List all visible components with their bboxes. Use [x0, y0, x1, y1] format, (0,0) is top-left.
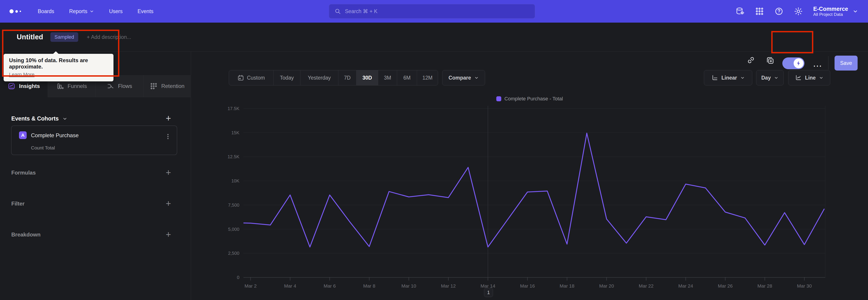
flows-icon [107, 82, 114, 90]
nav-item-users[interactable]: Users [109, 8, 123, 14]
learn-more-link[interactable]: Learn More [9, 72, 35, 78]
sampling-tooltip: Using 10% of data. Results are approxima… [4, 54, 114, 81]
svg-text:Mar 26: Mar 26 [718, 283, 733, 289]
insights-icon [8, 82, 16, 90]
project-name: E-Commerce [813, 6, 848, 12]
svg-text:Mar 22: Mar 22 [639, 283, 653, 289]
events-cohorts-header[interactable]: Events & Cohorts [11, 115, 67, 122]
tab-label: Flows [118, 83, 132, 89]
mixpanel-insights-page: Boards Reports Users Events Search ⌘ + K [0, 0, 868, 300]
formulas-section-label: Formulas [11, 170, 36, 176]
svg-text:Mar 4: Mar 4 [284, 283, 296, 289]
query-builder-sidebar: Insights Funnels Flows Retention Events … [0, 52, 191, 300]
event-metric-selector[interactable]: Count Total [31, 145, 55, 151]
nav-right-cluster: E-Commerce All Project Data [736, 0, 868, 23]
tab-label: Retention [161, 83, 184, 89]
chart-panel: Custom Today Yesterday 7D 30D 3M 6M 12M … [191, 52, 868, 300]
filter-section-label: Filter [11, 201, 25, 207]
tab-retention[interactable]: Retention [144, 75, 191, 97]
nav-item-label: Users [109, 8, 123, 14]
section-title: Events & Cohorts [11, 115, 59, 122]
search-input[interactable]: Search ⌘ + K [329, 4, 535, 19]
svg-text:10K: 10K [231, 178, 239, 183]
add-formula-button[interactable]: + [163, 167, 174, 178]
svg-text:Mar 24: Mar 24 [678, 283, 693, 289]
nav-item-boards[interactable]: Boards [38, 8, 54, 14]
svg-text:Mar 18: Mar 18 [560, 283, 575, 289]
svg-text:15K: 15K [231, 130, 239, 135]
top-nav: Boards Reports Users Events Search ⌘ + K [0, 0, 868, 23]
add-event-button[interactable]: + [163, 113, 174, 123]
svg-text:5,000: 5,000 [228, 227, 239, 232]
svg-text:12.5K: 12.5K [228, 154, 240, 159]
chevron-down-icon [852, 8, 858, 14]
nav-item-events[interactable]: Events [137, 8, 153, 14]
apps-grid-icon[interactable] [755, 7, 764, 16]
project-scope: All Project Data [813, 12, 848, 17]
add-breakdown-button[interactable]: + [163, 229, 174, 240]
svg-text:Mar 28: Mar 28 [757, 283, 772, 289]
primary-nav: Boards Reports Users Events [38, 8, 153, 14]
event-letter-badge: A [19, 131, 27, 139]
svg-text:Mar 30: Mar 30 [797, 283, 812, 289]
tab-label: Funnels [68, 83, 87, 89]
breakdown-section-label: Breakdown [11, 232, 40, 238]
search-placeholder: Search ⌘ + K [345, 8, 377, 14]
chevron-down-icon [62, 116, 67, 121]
event-options-button[interactable] [164, 133, 171, 140]
report-header-bar: Untitled Sampled + Add description... ⋯ … [0, 23, 868, 52]
report-title-row: Untitled Sampled + Add description... [17, 23, 131, 52]
svg-text:Mar 14: Mar 14 [480, 283, 495, 289]
settings-gear-icon[interactable] [794, 7, 803, 16]
svg-text:Mar 10: Mar 10 [401, 283, 416, 289]
sampled-badge[interactable]: Sampled [51, 32, 78, 42]
svg-text:Mar 16: Mar 16 [520, 283, 535, 289]
report-title[interactable]: Untitled [17, 33, 43, 41]
nav-item-label: Reports [69, 8, 88, 14]
project-switcher[interactable]: E-Commerce All Project Data [813, 6, 858, 17]
line-chart-plot[interactable]: 02,5005,0007,50010K12.5K15K17.5KMar 2Mar… [191, 52, 868, 300]
help-icon[interactable] [774, 7, 783, 16]
svg-text:Mar 8: Mar 8 [363, 283, 375, 289]
svg-text:0: 0 [237, 275, 239, 280]
chevron-down-icon [90, 9, 94, 13]
svg-text:2,500: 2,500 [228, 251, 239, 256]
mixpanel-logo-icon[interactable] [9, 9, 21, 13]
nav-item-reports[interactable]: Reports [69, 8, 94, 14]
nav-item-label: Events [137, 8, 153, 14]
svg-text:Mar 12: Mar 12 [441, 283, 456, 289]
add-filter-button[interactable]: + [163, 198, 174, 209]
tooltip-message: Using 10% of data. Results are approxima… [9, 57, 108, 70]
kebab-menu-icon [164, 133, 171, 140]
funnels-icon [56, 82, 64, 90]
svg-text:Mar 20: Mar 20 [599, 283, 614, 289]
data-management-icon[interactable] [736, 7, 745, 16]
svg-text:Mar 2: Mar 2 [245, 283, 257, 289]
add-description-button[interactable]: + Add description... [87, 34, 131, 40]
svg-text:Mar 6: Mar 6 [324, 283, 336, 289]
pagination-page-1-button[interactable]: 1 [484, 288, 493, 297]
tooltip-caret-icon [53, 51, 59, 54]
tab-label: Insights [19, 83, 40, 89]
retention-icon [150, 82, 158, 90]
svg-text:7,500: 7,500 [228, 203, 239, 208]
event-name: Complete Purchase [31, 132, 79, 139]
nav-item-label: Boards [38, 8, 54, 14]
search-icon [335, 8, 341, 14]
event-row-complete-purchase[interactable]: A Complete Purchase Count Total [11, 125, 177, 155]
svg-text:17.5K: 17.5K [228, 106, 240, 111]
